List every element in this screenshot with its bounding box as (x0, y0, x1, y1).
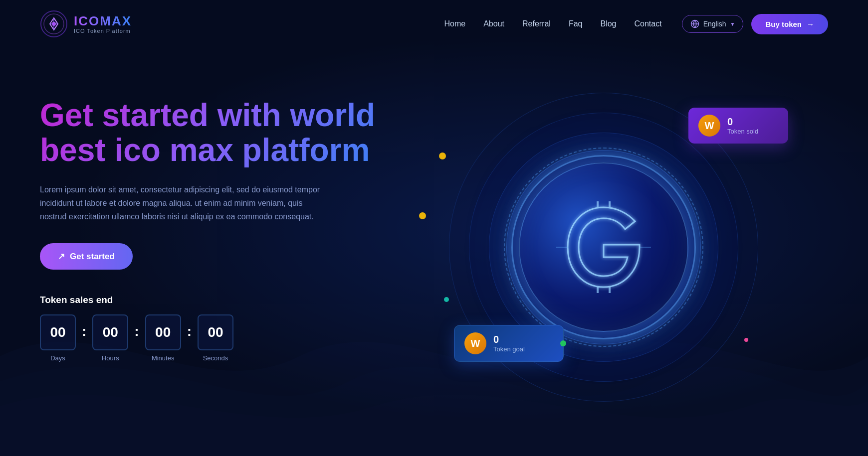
token-goal-icon: W (464, 332, 486, 354)
seconds-value: 00 (198, 314, 233, 350)
hours-value: 00 (92, 314, 128, 350)
token-sold-card: W 0 Token sold (688, 108, 788, 144)
goal-dot (560, 340, 566, 346)
hero-heading-line2: best ico max platform (40, 132, 370, 168)
separator-2: : (134, 323, 139, 353)
token-goal-card: W 0 Token goal (454, 325, 564, 362)
buy-token-label: Buy token (765, 20, 802, 28)
countdown-days: 00 Days (40, 314, 76, 362)
hero-left: Get started with world best ico max plat… (40, 78, 379, 362)
token-goal-text: 0 Token goal (493, 334, 525, 353)
buy-token-button[interactable]: Buy token → (751, 14, 828, 34)
nav-blog[interactable]: Blog (600, 19, 616, 28)
hero-description: Lorem ipsum dolor sit amet, consectetur … (40, 183, 329, 224)
dot-yellow-2 (419, 212, 426, 219)
hero-section: Get started with world best ico max plat… (0, 48, 868, 447)
coin-wrapper: W 0 Token sold W 0 Token goal (449, 93, 758, 402)
hero-heading-line1: Get started with world (40, 97, 375, 133)
countdown-hours: 00 Hours (92, 314, 128, 362)
language-selector[interactable]: English ▼ (682, 15, 744, 33)
token-sold-value: 0 (727, 116, 758, 128)
nav-home[interactable]: Home (444, 19, 466, 28)
logo-icon (40, 10, 68, 38)
token-sales-label: Token sales end 00 Days : 00 Hours : 00 … (40, 295, 379, 362)
arrow-icon: → (807, 20, 814, 28)
logo-text-group: ICOMAX ICO Token Platform (74, 14, 132, 34)
token-sales-text: Token sales end (40, 295, 379, 305)
coin-main (519, 162, 688, 332)
nav-referral[interactable]: Referral (522, 19, 551, 28)
countdown-seconds: 00 Seconds (198, 314, 233, 362)
logo-subtitle: ICO Token Platform (74, 28, 132, 34)
globe-icon (690, 19, 699, 28)
logo-area: ICOMAX ICO Token Platform (40, 10, 132, 38)
coin-g-symbol (554, 197, 653, 297)
nav-links: Home About Referral Faq Blog Contact (444, 19, 662, 28)
minutes-value: 00 (145, 314, 181, 350)
dot-teal-1 (444, 297, 449, 302)
chevron-down-icon: ▼ (730, 21, 735, 27)
nav-contact[interactable]: Contact (635, 19, 662, 28)
nav-about[interactable]: About (483, 19, 504, 28)
language-label: English (703, 20, 726, 28)
countdown-minutes: 00 Minutes (145, 314, 181, 362)
token-goal-value: 0 (493, 334, 525, 345)
token-sold-label: Token sold (727, 128, 758, 135)
token-goal-label: Token goal (493, 345, 525, 353)
nav-faq[interactable]: Faq (569, 19, 583, 28)
days-value: 00 (40, 314, 76, 350)
hero-right: W 0 Token sold W 0 Token goal (379, 78, 828, 427)
get-started-label: Get started (70, 252, 115, 262)
arrow-diagonal-icon: ↗ (58, 251, 65, 262)
svg-point-2 (52, 22, 56, 26)
dot-yellow-1 (439, 152, 446, 159)
minutes-label: Minutes (152, 354, 175, 362)
seconds-label: Seconds (203, 354, 228, 362)
token-sold-icon: W (698, 115, 720, 137)
countdown: 00 Days : 00 Hours : 00 Minutes : 00 Sec… (40, 314, 379, 362)
days-label: Days (50, 354, 65, 362)
hours-label: Hours (102, 354, 119, 362)
get-started-button[interactable]: ↗ Get started (40, 243, 133, 270)
logo-title: ICOMAX (74, 14, 132, 28)
dot-pink-1 (744, 338, 748, 342)
hero-heading: Get started with world best ico max plat… (40, 98, 379, 168)
navbar: ICOMAX ICO Token Platform Home About Ref… (0, 0, 868, 48)
separator-1: : (82, 323, 86, 353)
separator-3: : (187, 323, 192, 353)
token-sold-text: 0 Token sold (727, 116, 758, 135)
